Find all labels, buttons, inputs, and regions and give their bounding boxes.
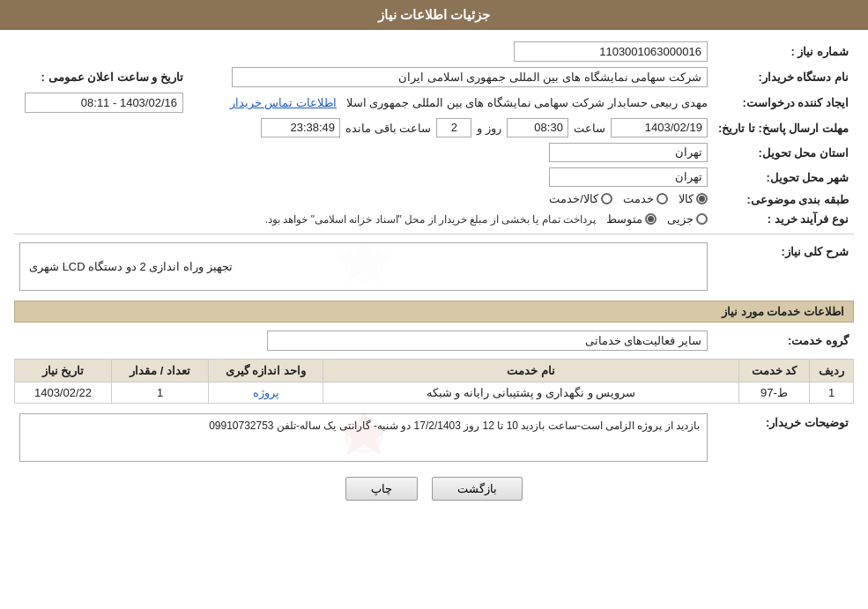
need-number-label: شماره نیاز :: [713, 39, 854, 64]
deadline-remaining-label: ساعت باقی مانده: [345, 122, 431, 135]
category-both-label: کالا/خدمت: [549, 192, 598, 205]
watermark-logo-2: [311, 407, 417, 468]
purchase-type-row: جزیی متوسط پرداخت تمام یا بخشی از مبلغ خ…: [14, 210, 713, 228]
table-row: 1 ط-97 سرویس و نگهداری و پشتیبانی رایانه…: [15, 382, 854, 404]
page-wrapper: جزئیات اطلاعات نیاز شماره نیاز : 1103001…: [0, 0, 868, 609]
page-title: جزئیات اطلاعات نیاز: [378, 7, 490, 22]
deadline-label: مهلت ارسال پاسخ: تا تاریخ:: [713, 115, 854, 140]
col-row: ردیف: [810, 360, 854, 382]
category-kala-label: کالا: [679, 192, 694, 205]
need-desc-label: شرح کلی نیاز:: [713, 240, 854, 293]
need-desc-box: تجهیز وراه اندازی 2 دو دستگاه LCD شهری: [19, 242, 708, 291]
category-kala-radio[interactable]: [696, 193, 708, 204]
col-qty: تعداد / مقدار: [112, 360, 209, 382]
desc-table: شرح کلی نیاز: تجهیز وراه اندازی 2 دو دست…: [14, 240, 854, 293]
services-section-header: اطلاعات خدمات مورد نیاز: [14, 301, 854, 323]
row-service-name: سرویس و نگهداری و پشتیبانی رایانه و شبکه: [323, 382, 739, 404]
buyer-org-label: نام دستگاه خریدار:: [713, 64, 854, 90]
row-date: 1403/02/22: [15, 382, 112, 404]
category-service-radio[interactable]: [657, 193, 668, 204]
col-unit: واحد اندازه گیری: [209, 360, 323, 382]
buttons-row: بازگشت چاپ: [14, 477, 854, 501]
service-group-box: سایر فعالیت‌های خدماتی: [267, 330, 708, 351]
category-options: کالا خدمت کالا/خدمت: [14, 189, 713, 210]
city-value: تهران: [14, 165, 713, 189]
print-button[interactable]: چاپ: [345, 477, 418, 501]
buyer-desc-table: توضیحات خریدار: بازدید از پروژه الزامی ا…: [14, 411, 854, 464]
row-code: ط-97: [739, 382, 810, 404]
category-kala-option[interactable]: کالا: [679, 192, 708, 205]
deadline-remaining-box: 23:38:49: [261, 118, 340, 137]
back-button[interactable]: بازگشت: [432, 477, 523, 501]
service-group-table: گروه خدمت: سایر فعالیت‌های خدماتی: [14, 328, 854, 353]
category-both-radio[interactable]: [601, 193, 612, 204]
buyer-desc-label: توضیحات خریدار:: [713, 411, 854, 464]
city-box: تهران: [549, 167, 708, 187]
category-service-option[interactable]: خدمت: [623, 192, 668, 205]
row-qty: 1: [112, 382, 209, 404]
deadline-days-box: 2: [436, 118, 471, 137]
row-unit: پروژه: [209, 382, 323, 404]
service-group-value: سایر فعالیت‌های خدماتی: [14, 328, 713, 353]
deadline-days-label: روز و: [477, 122, 501, 135]
purchase-motavasset-radio[interactable]: [645, 213, 657, 225]
watermark-logo: [307, 232, 421, 301]
category-service-label: خدمت: [623, 192, 654, 205]
purchase-jozi-label: جزیی: [667, 212, 694, 226]
need-number-value: 1103001063000016: [190, 39, 713, 64]
announce-date-box: 1403/02/16 - 08:11: [25, 93, 183, 113]
purchase-motavasset-label: متوسط: [606, 212, 642, 226]
service-group-label: گروه خدمت:: [713, 328, 854, 353]
category-label: طبقه بندی موضوعی:: [713, 189, 854, 210]
purchase-jozi-option[interactable]: جزیی: [667, 212, 708, 226]
deadline-time-box: 08:30: [507, 118, 568, 137]
buyer-desc-value: بازدید از پروژه الزامی است-ساعت بازدید 1…: [14, 411, 713, 464]
main-content: شماره نیاز : 1103001063000016 نام دستگاه…: [0, 30, 868, 518]
need-number-box: 1103001063000016: [514, 41, 708, 62]
purchase-motavasset-option[interactable]: متوسط: [606, 212, 657, 226]
page-header: جزئیات اطلاعات نیاز: [0, 0, 868, 30]
row-number: 1: [810, 382, 854, 404]
service-table: ردیف کد خدمت نام خدمت واحد اندازه گیری ت…: [14, 359, 854, 404]
requester-label: ایجاد کننده درخواست:: [713, 90, 854, 115]
city-label: شهر محل تحویل:: [713, 165, 854, 189]
purchase-note: پرداخت تمام یا بخشی از مبلغ خریدار از مح…: [265, 213, 596, 226]
province-label: استان محل تحویل:: [713, 140, 854, 165]
col-code: کد خدمت: [739, 360, 810, 382]
buyer-desc-text: بازدید از پروژه الزامی است-ساعت بازدید 1…: [209, 420, 700, 432]
deadline-row: 1403/02/19 ساعت 08:30 روز و 2 ساعت باقی …: [14, 115, 713, 140]
requester-value: مهدی ربیعی حسابدار شرکت سهامی نمایشگاه ه…: [190, 90, 713, 115]
requester-name: مهدی ربیعی حسابدار شرکت سهامی نمایشگاه ه…: [346, 96, 708, 109]
col-date: تاریخ نیاز: [15, 360, 112, 382]
category-both-option[interactable]: کالا/خدمت: [549, 192, 612, 205]
announce-label: تاریخ و ساعت اعلان عمومی :: [41, 71, 183, 84]
deadline-time-label: ساعت: [574, 122, 605, 135]
info-table: شماره نیاز : 1103001063000016 نام دستگاه…: [14, 39, 854, 228]
province-box: تهران: [549, 143, 708, 162]
purchase-type-label: نوع فرآیند خرید :: [713, 210, 854, 228]
province-value: تهران: [14, 140, 713, 165]
deadline-date-box: 1403/02/19: [611, 118, 708, 137]
requester-link[interactable]: اطلاعات تماس خریدار: [230, 96, 337, 109]
col-name: نام خدمت: [323, 360, 739, 382]
purchase-jozi-radio[interactable]: [696, 213, 708, 225]
buyer-org-value: شرکت سهامی نمایشگاه های بین المللی جمهور…: [190, 64, 713, 90]
need-desc-text: تجهیز وراه اندازی 2 دو دستگاه LCD شهری: [29, 260, 233, 273]
divider-1: [14, 234, 854, 234]
buyer-org-box: شرکت سهامی نمایشگاه های بین المللی جمهور…: [232, 67, 708, 87]
need-desc-value: تجهیز وراه اندازی 2 دو دستگاه LCD شهری: [14, 240, 713, 293]
